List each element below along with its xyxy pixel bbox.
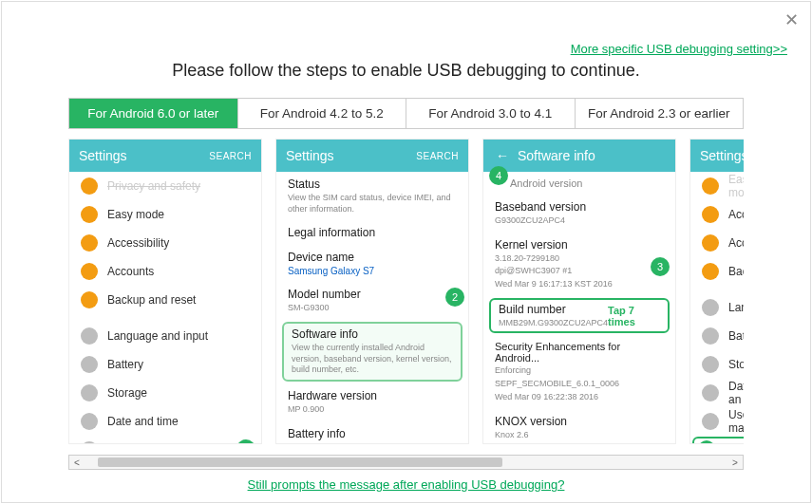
search-label: SEARCH [209, 151, 252, 161]
android-version-block: Android version [483, 172, 675, 195]
accounts-icon [702, 234, 719, 252]
security-block: Security Enhancements for Android...Enfo… [483, 335, 675, 408]
list-item: Easy mode [69, 200, 261, 229]
battery-icon [81, 356, 98, 373]
list-item: Langua [690, 293, 744, 322]
device-name-block: Device nameSamsung Galaxy S7 [276, 245, 468, 282]
list-item: Easy mode [690, 172, 744, 200]
tab-android-3-0[interactable]: For Android 3.0 to 4.1 [406, 99, 576, 128]
list-item: Backup [690, 257, 744, 286]
language-icon [702, 299, 719, 316]
tab-android-6[interactable]: For Android 6.0 or later [69, 99, 238, 128]
search-label: SEARCH [416, 151, 459, 161]
backup-icon [702, 263, 719, 280]
panel2-title: Settings [286, 148, 334, 163]
list-item: Battery [69, 350, 261, 379]
model-number-block: Model numberSM-G9300 2 [276, 282, 468, 320]
backup-icon [81, 291, 98, 308]
battery-icon [702, 327, 719, 345]
bottom-link-container: Still prompts the message after enabling… [2, 474, 810, 493]
list-item: Battery [690, 322, 744, 350]
panel1-header: Settings SEARCH [69, 140, 261, 172]
panel-step-2: Settings SEARCH StatusView the SIM card … [275, 139, 469, 444]
step-badge-1: 1 [236, 439, 255, 443]
accounts-icon [81, 263, 98, 280]
accessibility-icon [81, 234, 98, 252]
storage-icon [81, 384, 98, 401]
list-item: Date and time [69, 407, 261, 436]
storage-icon [702, 356, 719, 373]
scroll-thumb[interactable] [98, 457, 503, 467]
scroll-right-icon[interactable]: > [727, 457, 743, 468]
knox-block: KNOX versionKnox 2.6Standard SDK 5.6.0Pr… [483, 409, 675, 444]
user-manual-icon [702, 413, 719, 430]
panel-step-1: Settings SEARCH Privacy and safety Easy … [68, 139, 262, 444]
back-icon: ← [493, 146, 512, 165]
accessibility-icon [702, 206, 719, 223]
date-time-icon [81, 413, 98, 430]
panel-step-3: ← Software info 4 Android version Baseba… [482, 139, 676, 444]
status-block: StatusView the SIM card status, device I… [276, 172, 468, 220]
user-manual-icon [81, 441, 98, 443]
scroll-left-icon[interactable]: < [69, 457, 85, 468]
list-item: User manual 1 [69, 436, 261, 443]
step-badge-4: 4 [489, 166, 508, 185]
panel4-header: Settings [690, 140, 744, 172]
more-debug-settings-link[interactable]: More specific USB debugging setting>> [571, 42, 787, 56]
list-item: Language and input [69, 322, 261, 350]
horizontal-scrollbar[interactable]: < > [68, 455, 744, 470]
panel2-header: Settings SEARCH [276, 140, 468, 172]
software-info-highlight: Software infoView the currently installe… [282, 322, 463, 382]
developer-options-highlight: Develop [692, 437, 744, 443]
list-item: User ma [690, 407, 744, 436]
list-item: Access [690, 200, 744, 229]
still-prompts-link[interactable]: Still prompts the message after enabling… [248, 477, 565, 492]
hardware-version-block: Hardware versionMP 0.900 [276, 383, 468, 421]
tab-android-2-3[interactable]: For Android 2.3 or earlier [576, 99, 744, 128]
list-item: Storage [690, 350, 744, 379]
instruction-panels: Settings SEARCH Privacy and safety Easy … [68, 139, 744, 444]
panel3-title: Software info [518, 148, 595, 163]
build-number-highlight: Build numberMMB29M.G9300ZCU2APC4 Tap 7 t… [489, 298, 670, 334]
date-time-icon [702, 384, 719, 401]
panel-step-4: Settings Easy mode Access Accoun Backup … [689, 139, 744, 444]
developer-icon [698, 440, 715, 443]
tap-7-times-label: Tap 7 times [608, 305, 660, 327]
battery-info-block: Battery infoView your device's battery s… [276, 421, 468, 443]
list-item: Accoun [690, 229, 744, 257]
privacy-icon [81, 177, 98, 195]
list-item: Accounts [69, 257, 261, 286]
language-icon [81, 327, 98, 345]
list-item: Privacy and safety [69, 172, 261, 200]
list-item: Backup and reset [69, 286, 261, 314]
tab-android-4-2[interactable]: For Android 4.2 to 5.2 [238, 99, 407, 128]
close-icon[interactable]: ✕ [784, 9, 799, 30]
easy-mode-icon [81, 206, 98, 223]
legal-block: Legal information [276, 220, 468, 245]
list-item: Date an [690, 379, 744, 407]
panel1-title: Settings [79, 148, 127, 163]
kernel-block: Kernel version3.18.20-7299180dpi@SWHC390… [483, 233, 675, 296]
scroll-track[interactable] [85, 456, 727, 469]
panel4-title: Settings [700, 148, 744, 163]
step-badge-3: 3 [651, 257, 670, 276]
easy-mode-icon [702, 177, 719, 195]
android-version-tabs: For Android 6.0 or later For Android 4.2… [68, 98, 744, 129]
list-item: Storage [69, 379, 261, 407]
panel3-header: ← Software info 4 [483, 140, 675, 172]
list-item: Accessibility [69, 229, 261, 257]
step-badge-2: 2 [445, 288, 464, 307]
baseband-block: Baseband versionG9300ZCU2APC4 [483, 195, 675, 233]
